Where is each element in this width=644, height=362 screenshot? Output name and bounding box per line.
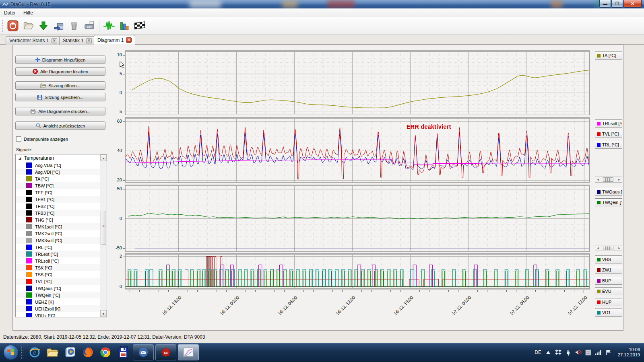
waveform-icon[interactable] xyxy=(101,18,117,33)
scroll-thumb[interactable] xyxy=(101,211,106,245)
power-icon[interactable] xyxy=(5,18,21,33)
signal-group-header[interactable]: Temperaturen xyxy=(16,154,100,162)
legend-item[interactable]: TRLsoll [°C] xyxy=(595,119,622,128)
save-session-button[interactable]: Sitzung speichern... xyxy=(15,93,105,101)
signal-item[interactable]: THG [°C] xyxy=(16,216,100,223)
finish-flag-icon[interactable] xyxy=(132,18,147,33)
signal-item[interactable]: TA [°C] xyxy=(16,175,100,182)
x-major-tick xyxy=(410,290,410,293)
minimize-button[interactable]: ▬ xyxy=(599,0,611,8)
tab-close-icon[interactable]: ✕ xyxy=(86,38,92,43)
tab-close-icon[interactable]: ✕ xyxy=(52,38,57,43)
add-diagram-button[interactable]: Diagramm hinzufügen xyxy=(15,56,105,64)
close-button[interactable]: ✕ xyxy=(623,0,642,8)
menu-datei[interactable]: Datei xyxy=(0,9,19,17)
open-session-button[interactable]: Sitzung öffnen... xyxy=(15,81,105,90)
dropbox-icon[interactable] xyxy=(555,349,561,356)
dtagui-app-button[interactable] xyxy=(178,344,199,360)
legend-item[interactable]: TRL [°C] xyxy=(595,141,622,149)
legend-item[interactable]: TA [°C] xyxy=(595,51,622,60)
signal-item[interactable]: TMK3soll [°C] xyxy=(16,237,100,244)
floppy-tool-icon[interactable] xyxy=(116,345,130,360)
scroll-thumb[interactable]: ▌▌▌ xyxy=(603,246,613,250)
download-arrow-icon[interactable] xyxy=(36,18,51,33)
signal-item[interactable]: TFB3 [°C] xyxy=(16,210,100,216)
signal-item[interactable]: TMK1soll [°C] xyxy=(16,223,100,230)
restore-button[interactable]: ❐ xyxy=(611,0,623,8)
legend-item[interactable]: TWQaus [°C] xyxy=(595,188,622,196)
csv-icon[interactable]: csv xyxy=(82,18,97,33)
signal-item[interactable]: TEE [°C] xyxy=(16,189,100,196)
media-player-icon[interactable] xyxy=(63,345,77,360)
scroll-right-icon[interactable]: ► xyxy=(617,177,622,182)
network-signal-icon[interactable] xyxy=(595,349,602,356)
signal-list-scrollbar[interactable]: ▲ ▼ xyxy=(100,154,107,317)
chart4-panel[interactable] xyxy=(125,253,590,289)
language-indicator[interactable]: DE xyxy=(535,350,541,355)
signal-item[interactable]: UEHZsoll [K] xyxy=(16,305,100,312)
chart3-hscrollbar[interactable]: ◄ ▌▌▌ ► xyxy=(595,245,622,251)
flag-icon[interactable] xyxy=(605,349,612,356)
scroll-left-icon[interactable]: ◄ xyxy=(595,245,601,251)
signal-item[interactable]: TRL [°C] xyxy=(16,244,100,251)
show-datapoints-checkbox[interactable] xyxy=(16,136,21,142)
signal-item[interactable]: TVL [°C] xyxy=(16,278,100,285)
chart2-hscrollbar[interactable]: ◄ ▌▌▌ ► xyxy=(595,177,622,183)
signal-item[interactable]: TFB1 [°C] xyxy=(16,196,100,203)
chart3-panel[interactable] xyxy=(125,185,590,252)
red64-app-button[interactable]: 64 xyxy=(155,344,176,360)
import-box-icon[interactable] xyxy=(51,18,66,33)
signal-item[interactable]: Asg.VDi [°C] xyxy=(16,169,100,175)
tab-statistik[interactable]: Statistik 1 ✕ xyxy=(59,36,95,45)
print-all-diagrams-button[interactable]: Alle Diagramme drucken... xyxy=(15,107,105,115)
legend-item[interactable]: ZW1 xyxy=(595,266,622,274)
scroll-up-icon[interactable]: ▲ xyxy=(100,154,107,161)
signal-item[interactable]: UEHZ [K] xyxy=(16,298,100,305)
open-folder-icon[interactable] xyxy=(21,18,36,33)
signal-item[interactable]: TBW [°C] xyxy=(16,182,100,189)
signal-item[interactable]: TSS [°C] xyxy=(16,271,100,278)
scroll-down-icon[interactable]: ▼ xyxy=(100,310,107,317)
legend-item[interactable]: VBS xyxy=(595,255,622,263)
signal-item[interactable]: TRLsoll [°C] xyxy=(16,257,100,264)
signal-item[interactable]: TMK2soll [°C] xyxy=(16,230,100,237)
taskbar-clock[interactable]: 10:06 27.12.2019 xyxy=(618,347,640,358)
speaker-muted-icon[interactable] xyxy=(575,349,582,356)
firefox-icon[interactable] xyxy=(81,345,95,360)
trash-icon[interactable] xyxy=(66,18,82,33)
legend-item[interactable]: EVU xyxy=(595,287,622,295)
plug-icon[interactable] xyxy=(565,349,572,356)
tab-verdichter-starts[interactable]: Verdichter Starts 1 ✕ xyxy=(6,36,61,45)
chrome-icon[interactable] xyxy=(99,345,112,360)
mail-app-button[interactable] xyxy=(133,344,154,360)
tab-diagramm[interactable]: Diagramm 1 ✕ xyxy=(94,35,135,45)
scroll-thumb[interactable]: ▌▌▌ xyxy=(603,177,613,182)
x-tick-label: 06.12. 00:00 xyxy=(219,295,240,316)
barchart-icon[interactable] xyxy=(117,18,132,33)
signal-item[interactable]: TRLext [°C] xyxy=(16,251,100,257)
scroll-right-icon[interactable]: ► xyxy=(617,245,622,251)
scroll-left-icon[interactable]: ◄ xyxy=(595,177,601,182)
legend-item[interactable]: TWQein [°C] xyxy=(595,198,622,206)
legend-item[interactable]: HUP xyxy=(595,298,622,306)
tray-expand-icon[interactable] xyxy=(545,349,551,356)
chart1-panel[interactable] xyxy=(125,50,590,115)
signal-item[interactable]: TWQein [°C] xyxy=(16,292,100,298)
signal-item[interactable]: VDHz [°C] xyxy=(16,312,100,317)
ie-icon[interactable]: e xyxy=(28,345,41,360)
reset-view-button[interactable]: Ansicht zurücksetzen xyxy=(15,121,105,130)
signal-item[interactable]: TSK [°C] xyxy=(16,264,100,271)
explorer-icon[interactable] xyxy=(45,345,59,360)
start-orb[interactable] xyxy=(3,345,19,360)
signal-item[interactable]: Asg.VDa [°C] xyxy=(16,162,100,169)
legend-item[interactable]: BUP xyxy=(595,277,622,285)
signal-item[interactable]: TWQaus [°C] xyxy=(16,285,100,292)
signal-item[interactable]: TFB2 [°C] xyxy=(16,203,100,210)
list-icon[interactable] xyxy=(585,349,592,356)
delete-all-diagrams-button[interactable]: Alle Diagramme löschen xyxy=(15,67,105,76)
tab-close-icon[interactable]: ✕ xyxy=(126,37,132,43)
legend-item[interactable]: TVL [°C] xyxy=(595,130,622,138)
menu-hilfe[interactable]: Hilfe xyxy=(19,9,37,17)
chart2-panel[interactable]: ERR deaktiviert xyxy=(125,117,590,183)
legend-item[interactable]: VD1 xyxy=(595,309,622,317)
